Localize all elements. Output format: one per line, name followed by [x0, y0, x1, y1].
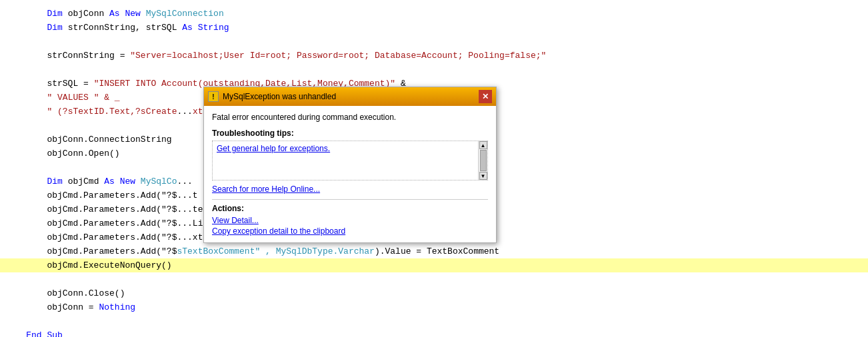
code-line: End Sub [0, 328, 868, 337]
scroll-thumb [480, 150, 487, 171]
code-line [0, 35, 868, 49]
troubleshooting-title: Troubleshooting tips: [212, 129, 488, 138]
actions-title: Actions: [212, 204, 488, 213]
scroll-down[interactable]: ▼ [479, 172, 487, 180]
dialog-separator [212, 199, 488, 200]
search-help-link[interactable]: Search for more Help Online... [212, 184, 488, 194]
tips-scrollbar: ▲ ▼ [478, 141, 487, 180]
view-detail-link[interactable]: View Detail... [212, 216, 488, 225]
get-help-link[interactable]: Get general help for exceptions. [217, 144, 483, 153]
dialog-title-left: ! MySqlException was unhandled [208, 91, 336, 102]
tips-box: Get general help for exceptions. ▲ ▼ [212, 141, 488, 180]
scroll-up[interactable]: ▲ [479, 141, 487, 149]
code-line [0, 314, 868, 328]
dialog-close-button[interactable]: ✕ [479, 90, 492, 103]
code-line-highlighted: objCmd.ExecuteNonQuery() [0, 258, 868, 272]
warning-icon: ! [208, 91, 219, 102]
dialog-body: Fatal error encountered during command e… [204, 106, 496, 242]
code-line: objCmd.Parameters.Add("?$sTextBoxComment… [0, 244, 868, 258]
code-line: strConnString = "Server=localhost;User I… [0, 49, 868, 63]
copy-exception-link[interactable]: Copy exception detail to the clipboard [212, 226, 488, 236]
code-line: objConn.Close() [0, 286, 868, 300]
code-line: objConn = Nothing [0, 300, 868, 314]
code-line [0, 272, 868, 286]
dialog-title-text: MySqlException was unhandled [223, 92, 336, 101]
code-line [0, 63, 868, 77]
exception-dialog: ! MySqlException was unhandled ✕ Fatal e… [203, 87, 497, 243]
dialog-titlebar: ! MySqlException was unhandled ✕ [204, 87, 496, 106]
code-line: Dim strConnString, strSQL As String [0, 21, 868, 35]
code-line: Dim objConn As New MySqlConnection [0, 7, 868, 21]
dialog-error-message: Fatal error encountered during command e… [212, 113, 488, 122]
